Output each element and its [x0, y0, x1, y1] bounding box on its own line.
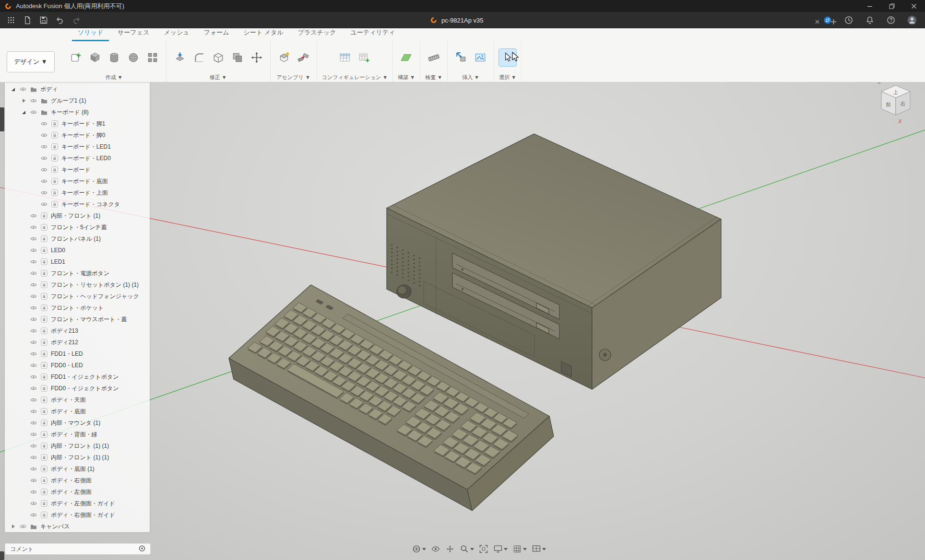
visibility-eye-icon[interactable]: [30, 432, 37, 437]
fillet-icon[interactable]: [190, 49, 208, 66]
visibility-eye-icon[interactable]: [30, 455, 37, 460]
ribbon-tab[interactable]: サーフェス: [112, 26, 155, 41]
browser-item[interactable]: キーボード・コネクタ: [5, 198, 150, 210]
browser-item[interactable]: フロント・マウスポート・蓋: [5, 314, 150, 325]
config-insert-icon[interactable]: [356, 49, 373, 66]
ribbon-tab[interactable]: メッシュ: [158, 26, 195, 41]
visibility-eye-icon[interactable]: [30, 374, 37, 380]
zoom-icon[interactable]: [459, 543, 475, 555]
browser-item[interactable]: ボディ・背面・緑: [5, 429, 150, 440]
visibility-eye-icon[interactable]: [30, 328, 37, 334]
ribbon-tab[interactable]: ユーティリティ: [345, 26, 401, 41]
workspace-selector[interactable]: デザイン ▼: [7, 51, 55, 72]
visibility-eye-icon[interactable]: [30, 443, 37, 449]
grid-snap-icon[interactable]: [511, 543, 528, 555]
visibility-eye-icon[interactable]: [30, 259, 37, 265]
browser-item[interactable]: キーボード・LED1: [5, 141, 150, 152]
document-tab[interactable]: pc-9821Ap v35: [430, 12, 483, 28]
clock-icon[interactable]: [842, 13, 856, 27]
visibility-eye-icon[interactable]: [30, 420, 37, 426]
visibility-eye-icon[interactable]: [30, 224, 37, 230]
comment-bar[interactable]: コメント: [5, 543, 151, 555]
browser-item[interactable]: ボディ213: [5, 325, 150, 337]
ribbon-group-label[interactable]: アセンブリ ▼: [277, 73, 310, 82]
ribbon-group-label[interactable]: 選択 ▼: [499, 73, 516, 82]
browser-item[interactable]: ボディ212: [5, 337, 150, 348]
browser-item[interactable]: ボディ: [5, 83, 150, 95]
visibility-eye-icon[interactable]: [19, 86, 27, 92]
display-settings-icon[interactable]: [492, 543, 509, 555]
browser-item[interactable]: FDD0・イジェクトボタン: [5, 383, 150, 394]
visibility-eye-icon[interactable]: [30, 339, 37, 345]
minimize-button[interactable]: [859, 0, 881, 12]
dropdown-caret-icon[interactable]: [504, 548, 508, 550]
visibility-eye-icon[interactable]: [30, 109, 37, 115]
sphere-icon[interactable]: [125, 49, 142, 66]
ribbon-group-label[interactable]: 挿入 ▼: [462, 73, 479, 82]
browser-item[interactable]: フロントパネル (1): [5, 233, 150, 245]
close-button[interactable]: [903, 0, 925, 12]
left-edge-handle[interactable]: [0, 107, 4, 131]
expander-collapsed-icon[interactable]: [10, 524, 16, 529]
fdd0-led[interactable]: [462, 288, 463, 290]
sketch-icon[interactable]: [67, 49, 84, 66]
move-icon[interactable]: [248, 49, 265, 66]
cylinder-icon[interactable]: [106, 49, 123, 66]
dropdown-caret-icon[interactable]: [542, 548, 546, 550]
browser-item[interactable]: キーボード: [5, 164, 150, 175]
ribbon-tab[interactable]: フォーム: [198, 26, 235, 41]
shell-icon[interactable]: [210, 49, 227, 66]
browser-item[interactable]: ボディ・左側面: [5, 486, 150, 498]
visibility-eye-icon[interactable]: [30, 293, 37, 299]
visibility-eye-icon[interactable]: [30, 397, 37, 403]
joint-icon[interactable]: [295, 49, 312, 66]
ribbon-group-label[interactable]: 修正 ▼: [210, 73, 227, 82]
visibility-eye-icon[interactable]: [30, 213, 37, 219]
expander-collapsed-icon[interactable]: [20, 98, 27, 104]
browser-item[interactable]: フロント・リセットボタン (1) (1): [5, 279, 150, 291]
browser-item[interactable]: FDD1・イジェクトボタン: [5, 371, 150, 383]
visibility-eye-icon[interactable]: [40, 190, 48, 196]
visibility-eye-icon[interactable]: [30, 489, 37, 495]
ribbon-group-label[interactable]: 構築 ▼: [398, 73, 415, 82]
visibility-eye-icon[interactable]: [30, 385, 37, 391]
look-at-icon[interactable]: [430, 543, 441, 555]
browser-item[interactable]: 内部・フロント (1) (1): [5, 452, 150, 463]
browser-item[interactable]: キャンバス: [5, 521, 150, 532]
browser-item[interactable]: ボディ・右側面: [5, 475, 150, 486]
visibility-eye-icon[interactable]: [19, 524, 27, 529]
ribbon-group-label[interactable]: 検査 ▼: [425, 73, 442, 82]
browser-item[interactable]: ボディ・天面: [5, 394, 150, 406]
browser-item[interactable]: キーボード・LED0: [5, 152, 150, 164]
profile-avatar[interactable]: [905, 13, 919, 27]
browser-item[interactable]: フロント・ポケット: [5, 302, 150, 314]
browser-item[interactable]: フロント・電源ボタン: [5, 268, 150, 279]
job-status-icon[interactable]: [820, 13, 835, 27]
pattern-icon[interactable]: [144, 49, 161, 66]
visibility-eye-icon[interactable]: [30, 466, 37, 472]
bell-icon[interactable]: [863, 13, 877, 27]
measure-icon[interactable]: [425, 49, 442, 66]
visibility-eye-icon[interactable]: [30, 408, 37, 414]
file-menu-icon[interactable]: [20, 13, 35, 27]
visibility-eye-icon[interactable]: [30, 362, 37, 368]
dropdown-caret-icon[interactable]: [470, 548, 474, 550]
ribbon-group-label[interactable]: 作成 ▼: [106, 73, 123, 82]
dropdown-caret-icon[interactable]: [422, 548, 426, 550]
insert-derive-icon[interactable]: [452, 49, 470, 66]
ribbon-tab[interactable]: シート メタル: [238, 26, 289, 41]
insert-canvas-icon[interactable]: [472, 49, 489, 66]
restore-button[interactable]: [881, 0, 903, 12]
visibility-eye-icon[interactable]: [30, 270, 37, 276]
browser-item[interactable]: キーボード・脚0: [5, 129, 150, 141]
fit-icon[interactable]: [478, 543, 489, 555]
left-edge-handle[interactable]: [0, 551, 4, 560]
pc-case-model[interactable]: [387, 134, 721, 389]
browser-item[interactable]: FDD0・LED: [5, 360, 150, 371]
browser-item[interactable]: キーボード・底面: [5, 175, 150, 187]
help-icon[interactable]: [884, 13, 898, 27]
visibility-eye-icon[interactable]: [30, 236, 37, 242]
box-icon[interactable]: [86, 49, 104, 66]
browser-item[interactable]: キーボード・脚1: [5, 118, 150, 129]
browser-item[interactable]: ボディ・底面: [5, 406, 150, 417]
